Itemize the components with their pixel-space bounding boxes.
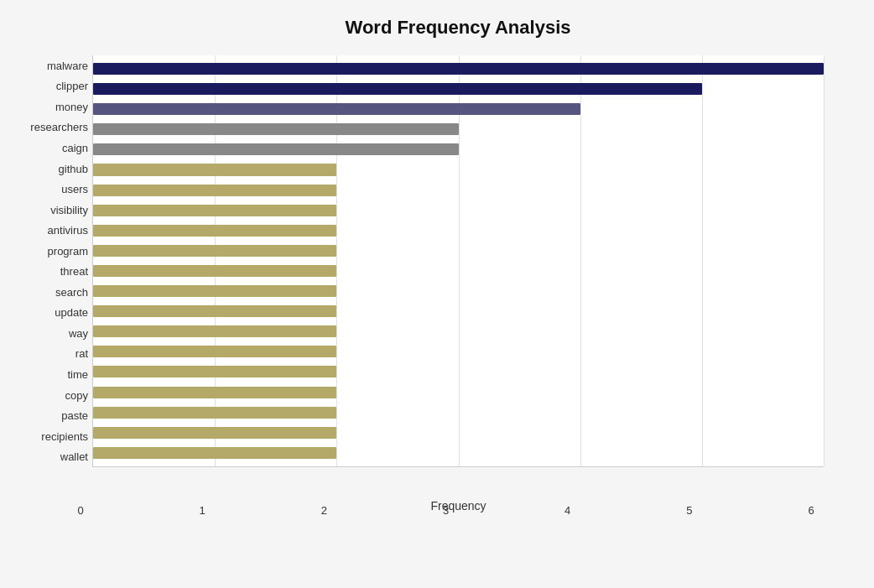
y-axis-label: antivirus [4, 225, 88, 236]
y-axis-label: wallet [4, 451, 88, 462]
y-axis-label: github [4, 164, 88, 174]
bar-row [93, 99, 824, 119]
bar-row [93, 382, 824, 403]
y-axis-label: search [4, 287, 88, 298]
bar [93, 325, 336, 337]
bar-row [93, 281, 824, 301]
bar-row [93, 301, 824, 321]
bar [93, 407, 336, 419]
bar-row [93, 261, 824, 281]
bar-row [93, 79, 824, 99]
y-axis-label: copy [4, 390, 88, 401]
y-axis-label: time [4, 369, 88, 380]
y-axis-label: paste [4, 410, 88, 421]
chart-title: Word Frequency Analysis [92, 17, 824, 39]
y-axis-label: program [4, 246, 88, 257]
y-axis-label: way [4, 328, 88, 339]
bar-row [93, 362, 824, 382]
bar [93, 103, 580, 115]
y-axis-label: threat [4, 266, 88, 277]
y-axis-label: rat [4, 348, 88, 359]
bar-row [93, 443, 824, 463]
y-axis-label: researchers [4, 122, 88, 133]
bar [93, 143, 459, 155]
bar [93, 123, 459, 135]
bar [93, 164, 336, 175]
bar [93, 285, 336, 297]
bar-row [93, 321, 824, 341]
bar [93, 366, 336, 377]
y-axis-label: recipients [4, 431, 88, 442]
y-axis-label: money [4, 101, 88, 112]
bar-row [93, 200, 824, 221]
chart-area: malwareclippermoneyresearcherscaigngithu… [92, 55, 824, 501]
chart-container: Word Frequency Analysis malwareclippermo… [0, 0, 874, 588]
bar [93, 185, 336, 196]
bar [93, 83, 702, 95]
bar [93, 305, 336, 317]
bar [93, 387, 336, 398]
bars-wrapper [93, 55, 824, 466]
x-axis-tick-label: 0 [68, 504, 93, 517]
bars-and-grid: 0123456 Frequency [92, 55, 824, 467]
bar-row [93, 403, 824, 423]
bar-row [93, 59, 824, 79]
bar [93, 346, 336, 357]
y-axis-label: malware [4, 60, 88, 71]
grid-line [824, 55, 825, 466]
bar [93, 205, 336, 216]
bar-row [93, 423, 824, 443]
y-axis-label: visibility [4, 205, 88, 216]
y-axis-label: update [4, 307, 88, 318]
bar [93, 63, 824, 75]
bar [93, 245, 336, 257]
bar-row [93, 159, 824, 180]
bar [93, 447, 336, 459]
y-axis-label: users [4, 184, 88, 195]
bar-row [93, 341, 824, 362]
bar [93, 225, 336, 237]
y-axis-label: clipper [4, 81, 88, 91]
bar [93, 427, 336, 439]
y-axis-label: caign [4, 143, 88, 154]
bar-row [93, 119, 824, 139]
bar [93, 265, 336, 277]
bar-row [93, 180, 824, 200]
bar-row [93, 139, 824, 159]
bar-row [93, 241, 824, 261]
bar-row [93, 221, 824, 241]
x-axis-title: Frequency [93, 499, 824, 513]
